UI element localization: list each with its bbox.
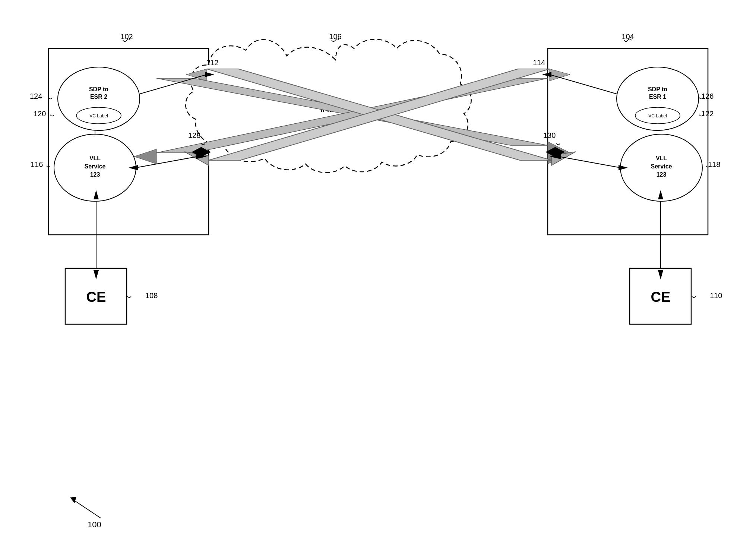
ref-120: 120 bbox=[34, 110, 46, 118]
ce-right-label: CE bbox=[651, 289, 671, 305]
vll-left-text2: Service bbox=[85, 163, 106, 170]
arrow-sdp1-left bbox=[542, 72, 551, 77]
ref-114: 114 bbox=[533, 59, 545, 67]
vll-left-text3: 123 bbox=[90, 171, 100, 178]
ref-100: 100 bbox=[88, 520, 101, 529]
squiggle-110 bbox=[692, 296, 696, 298]
ref-116: 116 bbox=[31, 160, 43, 168]
ref-108: 108 bbox=[145, 291, 158, 300]
ref-130: 130 bbox=[543, 131, 556, 139]
sdp1-text-line2: ESR 1 bbox=[649, 94, 666, 100]
ref-118: 118 bbox=[708, 160, 720, 168]
network-diagram: SDP to ESR 2 VC Label SDP to ESR 1 VC La… bbox=[0, 0, 756, 559]
vll-right-text3: 123 bbox=[657, 171, 667, 178]
ref-112: 112 bbox=[206, 59, 218, 67]
ref-102: 102 bbox=[120, 32, 133, 41]
sdp2-text-line2: ESR 2 bbox=[90, 94, 107, 100]
sdp2-text-line1: SDP to bbox=[89, 86, 108, 92]
vll-right-text1: VLL bbox=[656, 155, 667, 161]
sdp1-vc-label: VC Label bbox=[648, 113, 667, 119]
sdp2-vc-label: VC Label bbox=[89, 113, 108, 119]
ce-left-label: CE bbox=[86, 289, 106, 305]
vll-left-text1: VLL bbox=[89, 155, 101, 161]
ref-104: 104 bbox=[621, 32, 634, 41]
ref-106: 106 bbox=[329, 32, 341, 41]
ref-110: 110 bbox=[710, 291, 722, 300]
squiggle-108 bbox=[127, 296, 131, 298]
arrow-100 bbox=[73, 499, 101, 518]
sdp1-text-line1: SDP to bbox=[648, 86, 667, 92]
ref-128: 128 bbox=[188, 131, 200, 139]
ref-122: 122 bbox=[701, 110, 714, 118]
arrowhead-100 bbox=[70, 497, 76, 503]
ref-124: 124 bbox=[30, 92, 42, 100]
ref-126: 126 bbox=[701, 92, 714, 100]
vll-right-text2: Service bbox=[651, 163, 672, 170]
